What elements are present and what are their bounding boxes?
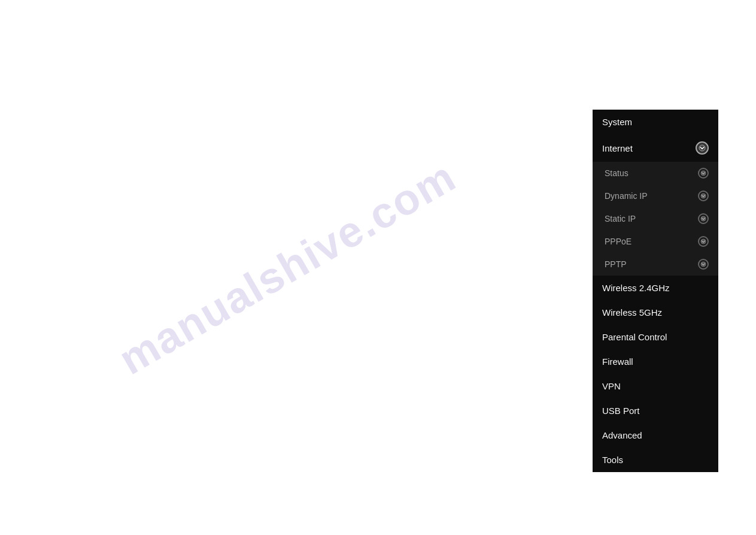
sidebar-item-advanced-label: Advanced — [602, 430, 642, 440]
sidebar-item-usb-port-label: USB Port — [602, 406, 640, 416]
submenu-static-ip-label: Static IP — [605, 214, 636, 223]
submenu-pppoe-label: PPPoE — [605, 237, 631, 246]
submenu-pppoe-icon — [698, 236, 709, 247]
submenu-item-dynamic-ip[interactable]: Dynamic IP — [593, 185, 718, 207]
sidebar-item-wireless-5[interactable]: Wireless 5GHz — [593, 300, 718, 325]
sidebar-item-tools[interactable]: Tools — [593, 448, 718, 472]
submenu-dynamic-ip-label: Dynamic IP — [605, 191, 648, 201]
svg-point-4 — [701, 239, 706, 244]
sidebar-item-internet-label: Internet — [602, 143, 633, 153]
submenu-static-ip-icon — [698, 213, 709, 224]
svg-point-3 — [701, 216, 706, 221]
sidebar: System Internet Status Dynamic IP — [593, 110, 718, 472]
sidebar-item-parental-control[interactable]: Parental Control — [593, 325, 718, 349]
sidebar-item-system[interactable]: System — [593, 110, 718, 134]
sidebar-item-tools-label: Tools — [602, 455, 623, 465]
submenu-item-static-ip[interactable]: Static IP — [593, 207, 718, 230]
internet-expand-icon — [696, 141, 709, 155]
watermark: manualshive.com — [111, 151, 464, 383]
submenu-pptp-label: PPTP — [605, 259, 627, 269]
sidebar-item-parental-control-label: Parental Control — [602, 332, 667, 342]
sidebar-item-vpn[interactable]: VPN — [593, 374, 718, 398]
sidebar-item-wireless-24-label: Wireless 2.4GHz — [602, 283, 670, 293]
sidebar-item-system-label: System — [602, 117, 632, 127]
sidebar-item-firewall[interactable]: Firewall — [593, 349, 718, 374]
submenu-item-status[interactable]: Status — [593, 162, 718, 185]
sidebar-item-advanced[interactable]: Advanced — [593, 423, 718, 448]
submenu-status-icon — [698, 168, 709, 179]
submenu-status-label: Status — [605, 168, 629, 178]
sidebar-item-firewall-label: Firewall — [602, 356, 633, 367]
internet-submenu: Status Dynamic IP Static IP — [593, 162, 718, 276]
svg-point-2 — [701, 194, 706, 198]
svg-point-1 — [701, 171, 706, 176]
submenu-item-pptp[interactable]: PPTP — [593, 253, 718, 276]
submenu-pptp-icon — [698, 259, 709, 270]
svg-point-5 — [701, 262, 706, 267]
submenu-item-pppoe[interactable]: PPPoE — [593, 230, 718, 253]
svg-point-0 — [699, 145, 705, 151]
sidebar-item-usb-port[interactable]: USB Port — [593, 398, 718, 423]
sidebar-item-internet[interactable]: Internet — [593, 134, 718, 162]
sidebar-item-wireless-24[interactable]: Wireless 2.4GHz — [593, 276, 718, 300]
sidebar-item-wireless-5-label: Wireless 5GHz — [602, 307, 662, 318]
submenu-dynamic-ip-icon — [698, 191, 709, 201]
sidebar-item-vpn-label: VPN — [602, 381, 621, 391]
